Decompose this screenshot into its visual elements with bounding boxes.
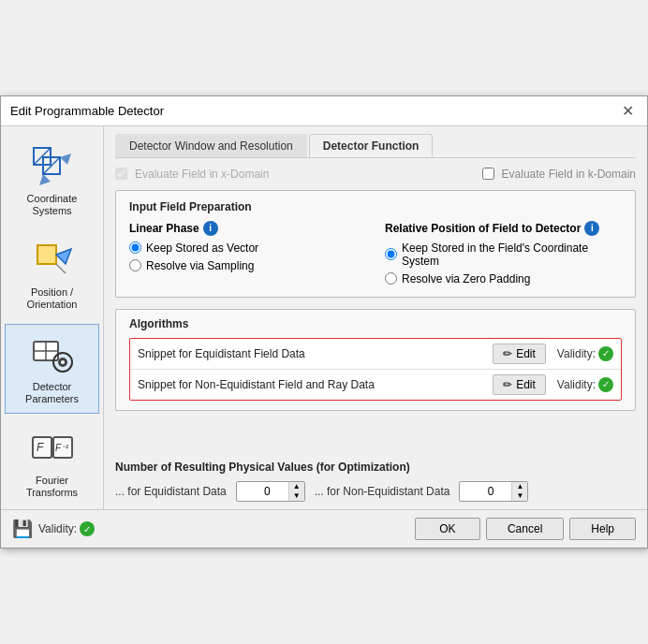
number-section-title: Number of Resulting Physical Values (for… xyxy=(115,461,636,474)
evaluate-k-domain-label: Evaluate Field in k-Domain xyxy=(502,168,636,181)
footer-validity-check: ✓ xyxy=(80,521,95,536)
tab-detector-function[interactable]: Detector Function xyxy=(309,134,434,157)
algo-row-non-equidistant: Snippet for Non-Equidistant Field and Ra… xyxy=(130,370,621,400)
sidebar-label-coord-systems: CoordinateSystems xyxy=(27,193,78,217)
position-orientation-icon xyxy=(30,238,75,283)
non-equidistant-spinner: ▲ ▼ xyxy=(511,482,527,501)
number-section: Number of Resulting Physical Values (for… xyxy=(115,451,636,502)
footer-right: OK Cancel Help xyxy=(415,518,636,540)
relative-position-col: Relative Position of Field to Detector i… xyxy=(385,221,622,285)
dialog-footer: 💾 Validity: ✓ OK Cancel Help xyxy=(1,509,647,548)
dialog-title: Edit Programmable Detector xyxy=(10,104,164,118)
keep-stored-coordinate-radio[interactable] xyxy=(385,248,397,260)
equidistant-number-input-wrap: ▲ ▼ xyxy=(236,481,305,502)
svg-text:F⁻¹: F⁻¹ xyxy=(55,443,69,453)
algo-edit-equidistant-button[interactable]: ✏ Edit xyxy=(493,344,546,364)
non-equidistant-number-label: ... for Non-Equidistant Data xyxy=(315,485,450,498)
algorithms-section: Algorithms Snippet for Equidistant Field… xyxy=(115,309,636,411)
algo-edit-non-equidistant-button[interactable]: ✏ Edit xyxy=(493,374,546,395)
relative-position-title: Relative Position of Field to Detector i xyxy=(385,221,622,236)
algo-row-equidistant: Snippet for Equidistant Field Data ✏ Edi… xyxy=(130,339,621,370)
coord-systems-icon xyxy=(30,144,75,189)
linear-phase-title: Linear Phase i xyxy=(129,221,366,236)
validity-check-non-equidistant: ✓ xyxy=(598,377,613,392)
resolve-zero-padding-option[interactable]: Resolve via Zero Padding xyxy=(385,272,622,285)
sidebar-label-fourier-transforms: FourierTransforms xyxy=(26,475,78,499)
main-content: Detector Window and Resolution Detector … xyxy=(104,126,647,510)
tab-detector-window[interactable]: Detector Window and Resolution xyxy=(115,134,307,157)
non-equidistant-number-input[interactable] xyxy=(460,483,511,500)
validity-check-equidistant: ✓ xyxy=(598,346,613,361)
svg-marker-4 xyxy=(60,154,71,165)
evaluate-checkboxes-row: Evaluate Field in x-Domain Evaluate Fiel… xyxy=(115,168,636,181)
svg-marker-5 xyxy=(39,174,51,185)
footer-validity: Validity: ✓ xyxy=(38,521,95,536)
help-button[interactable]: Help xyxy=(569,518,636,540)
sidebar-item-position-orientation[interactable]: Position /Orientation xyxy=(5,229,99,319)
validity-non-equidistant: Validity: ✓ xyxy=(557,377,613,392)
non-equidistant-spin-down[interactable]: ▼ xyxy=(512,491,527,501)
close-button[interactable]: ✕ xyxy=(618,102,638,120)
algorithms-section-title: Algorithms xyxy=(129,317,622,330)
edit-icon-2: ✏ xyxy=(503,378,512,391)
sidebar-item-detector-parameters[interactable]: DetectorParameters xyxy=(5,324,99,414)
keep-stored-vector-radio[interactable] xyxy=(129,242,141,254)
input-field-section-title: Input Field Preparation xyxy=(129,200,622,213)
svg-point-14 xyxy=(61,360,65,364)
keep-stored-vector-option[interactable]: Keep Stored as Vector xyxy=(129,242,366,255)
edit-programmable-detector-dialog: Edit Programmable Detector ✕ CoordinateS… xyxy=(0,95,648,549)
edit-icon-1: ✏ xyxy=(503,347,512,360)
save-icon: 💾 xyxy=(12,519,33,539)
tab-bar: Detector Window and Resolution Detector … xyxy=(115,134,636,158)
sidebar-label-detector-parameters: DetectorParameters xyxy=(25,381,79,405)
cancel-button[interactable]: Cancel xyxy=(486,518,564,540)
linear-phase-col: Linear Phase i Keep Stored as Vector Res… xyxy=(129,221,366,285)
non-equidistant-number-input-wrap: ▲ ▼ xyxy=(459,481,528,502)
algo-name-non-equidistant: Snippet for Non-Equidistant Field and Ra… xyxy=(138,378,493,391)
evaluate-x-domain-label: Evaluate Field in x-Domain xyxy=(135,168,269,181)
detector-parameters-icon xyxy=(30,332,75,377)
resolve-via-sampling-option[interactable]: Resolve via Sampling xyxy=(129,259,366,272)
keep-stored-coordinate-option[interactable]: Keep Stored in the Field's Coordinate Sy… xyxy=(385,242,622,268)
fourier-transforms-icon: F F⁻¹ xyxy=(30,426,75,471)
ok-button[interactable]: OK xyxy=(415,518,480,540)
equidistant-number-label: ... for Equidistant Data xyxy=(115,485,227,498)
resolve-zero-padding-radio[interactable] xyxy=(385,272,397,285)
title-bar: Edit Programmable Detector ✕ xyxy=(1,96,647,126)
svg-rect-6 xyxy=(37,245,56,264)
svg-line-8 xyxy=(56,264,66,273)
relative-position-info-btn[interactable]: i xyxy=(584,221,599,236)
sidebar: CoordinateSystems Position /Orientation xyxy=(1,126,104,510)
sidebar-label-position-orientation: Position /Orientation xyxy=(27,286,78,311)
resolve-via-sampling-radio[interactable] xyxy=(129,259,141,271)
evaluate-x-domain-checkbox[interactable] xyxy=(115,168,127,180)
algo-name-equidistant: Snippet for Equidistant Field Data xyxy=(138,347,493,360)
linear-phase-info-btn[interactable]: i xyxy=(203,221,218,236)
input-field-preparation-section: Input Field Preparation Linear Phase i K… xyxy=(115,190,636,298)
sidebar-item-fourier-transforms[interactable]: F F⁻¹ FourierTransforms xyxy=(5,417,99,507)
algorithms-table: Snippet for Equidistant Field Data ✏ Edi… xyxy=(129,338,622,401)
equidistant-spinner: ▲ ▼ xyxy=(288,482,304,501)
equidistant-number-input[interactable] xyxy=(237,483,288,500)
equidistant-spin-up[interactable]: ▲ xyxy=(289,482,304,491)
svg-marker-7 xyxy=(56,249,71,264)
input-field-columns: Linear Phase i Keep Stored as Vector Res… xyxy=(129,221,622,285)
sidebar-item-coord-systems[interactable]: CoordinateSystems xyxy=(5,136,99,226)
dialog-body: CoordinateSystems Position /Orientation xyxy=(1,126,647,510)
linear-phase-radio-group: Keep Stored as Vector Resolve via Sampli… xyxy=(129,242,366,272)
evaluate-k-domain-checkbox[interactable] xyxy=(482,168,494,180)
svg-text:F: F xyxy=(37,441,44,454)
relative-position-radio-group: Keep Stored in the Field's Coordinate Sy… xyxy=(385,242,622,285)
footer-left: 💾 Validity: ✓ xyxy=(12,519,95,539)
non-equidistant-spin-up[interactable]: ▲ xyxy=(512,482,527,491)
number-row: ... for Equidistant Data ▲ ▼ ... for Non… xyxy=(115,481,636,502)
validity-equidistant: Validity: ✓ xyxy=(557,346,613,361)
equidistant-spin-down[interactable]: ▼ xyxy=(289,491,304,501)
